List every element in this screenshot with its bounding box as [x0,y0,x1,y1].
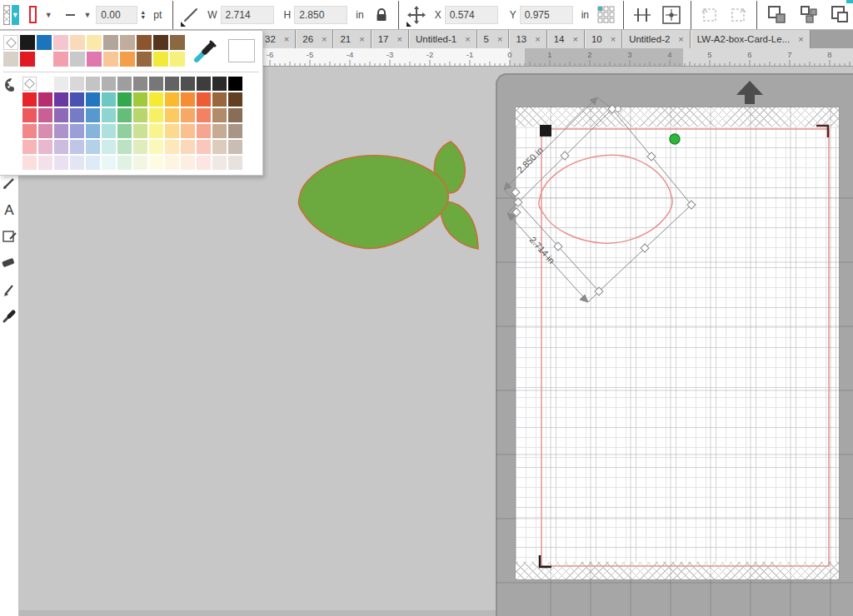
color-swatch[interactable] [181,124,195,138]
color-swatch[interactable] [133,156,147,170]
color-swatch[interactable] [70,140,84,154]
color-swatch[interactable] [22,77,37,91]
anchor-point-cell[interactable] [604,7,608,11]
fill-color-dropdown[interactable]: ▼ [12,5,19,25]
anchor-point-cell[interactable] [610,12,614,17]
color-swatch[interactable] [54,124,68,138]
color-swatch[interactable] [102,92,116,107]
color-swatch[interactable] [149,156,163,170]
color-swatch[interactable] [228,140,242,154]
color-swatch[interactable] [212,108,227,122]
document-tab[interactable]: 5× [477,30,510,48]
color-swatch[interactable] [117,156,132,170]
stroke-width-stepper[interactable]: ▲▼ [140,10,146,20]
color-swatch[interactable] [149,77,163,91]
color-swatch[interactable] [53,52,68,67]
anchor-point-cell[interactable] [610,7,614,11]
document-tab[interactable]: LW-A2-box-Card-Le...× [691,30,811,48]
color-swatch[interactable] [22,156,37,170]
color-swatch[interactable] [22,140,37,154]
color-swatch[interactable] [37,52,52,67]
color-swatch[interactable] [54,77,68,91]
color-swatch[interactable] [137,35,152,50]
color-swatch[interactable] [181,140,195,154]
bring-to-front-icon[interactable] [765,2,790,27]
color-swatch[interactable] [212,77,227,91]
color-swatch[interactable] [165,140,179,154]
color-swatch[interactable] [197,108,211,122]
text-icon[interactable]: A [1,201,17,218]
document-tab[interactable]: Untitled-2× [622,30,691,48]
color-swatch[interactable] [137,52,152,67]
color-swatch[interactable] [228,156,242,170]
lemon-artwork[interactable] [293,135,486,258]
color-swatch[interactable] [228,77,242,91]
color-swatch[interactable] [70,52,85,67]
color-swatch[interactable] [165,124,179,138]
color-swatch[interactable] [149,108,163,122]
color-swatch[interactable] [54,140,68,154]
tab-close-icon[interactable]: × [535,34,540,44]
color-swatch[interactable] [22,124,37,138]
eraser-icon[interactable] [1,255,17,271]
color-swatch[interactable] [86,92,100,107]
color-swatch[interactable] [38,140,52,154]
color-swatch[interactable] [133,92,147,107]
color-swatch[interactable] [3,52,18,67]
tab-close-icon[interactable]: × [322,34,327,44]
document-tab[interactable]: 32× [258,30,296,48]
color-swatch[interactable] [22,108,37,122]
sketch-icon[interactable] [1,228,17,245]
color-swatch[interactable] [54,92,68,107]
color-swatch[interactable] [102,77,116,91]
tab-close-icon[interactable]: × [284,34,289,44]
width-input[interactable]: 2.714 [221,6,274,24]
eyedropper-large-icon[interactable] [192,38,220,63]
anchor-point-cell[interactable] [610,18,614,22]
lemon-leaf-lower[interactable] [441,201,478,249]
stroke-color-swatch[interactable] [29,6,37,23]
line-style-dropdown-icon[interactable]: ▼ [83,11,91,19]
color-swatch[interactable] [70,156,84,170]
color-swatch[interactable] [54,108,68,122]
color-swatch[interactable] [165,156,179,170]
color-swatch[interactable] [86,108,100,122]
lemon-body[interactable] [299,156,449,249]
color-swatch[interactable] [70,124,84,138]
document-tab[interactable]: 17× [372,30,409,48]
color-swatch[interactable] [228,124,242,138]
color-swatch[interactable] [20,35,35,50]
anchor-point-cell[interactable] [604,18,608,22]
height-input[interactable]: 2.850 [294,6,347,24]
document-tab[interactable]: 10× [585,30,622,48]
color-swatch[interactable] [3,35,18,50]
color-swatch[interactable] [133,124,147,138]
tab-close-icon[interactable]: × [678,34,683,44]
knife-icon[interactable] [1,281,17,298]
rotation-handle[interactable] [616,107,621,112]
y-input[interactable]: 0.975 [520,6,573,24]
color-swatch[interactable] [120,35,135,50]
green-dot[interactable] [670,134,680,144]
color-swatch[interactable] [181,108,195,122]
color-swatch[interactable] [22,92,37,107]
color-swatch[interactable] [133,108,147,122]
color-swatch[interactable] [149,92,163,107]
color-swatch[interactable] [212,156,227,170]
document-tab[interactable]: 14× [547,30,585,48]
tab-close-icon[interactable]: × [798,34,803,44]
color-swatch[interactable] [70,108,84,122]
document-tab[interactable]: 21× [333,30,371,48]
palette-icon[interactable] [3,77,20,93]
line-style-preview[interactable] [66,14,76,16]
color-swatch[interactable] [86,140,100,154]
color-swatch[interactable] [38,92,52,107]
tab-close-icon[interactable]: × [572,34,577,44]
color-swatch[interactable] [86,124,100,138]
color-swatch[interactable] [54,156,68,170]
color-swatch[interactable] [153,35,168,50]
rotate-left-icon[interactable] [699,4,721,26]
color-swatch[interactable] [117,140,132,154]
cutting-mat[interactable]: 2.850 in 2.714 in [496,73,853,616]
color-swatch[interactable] [102,140,116,154]
